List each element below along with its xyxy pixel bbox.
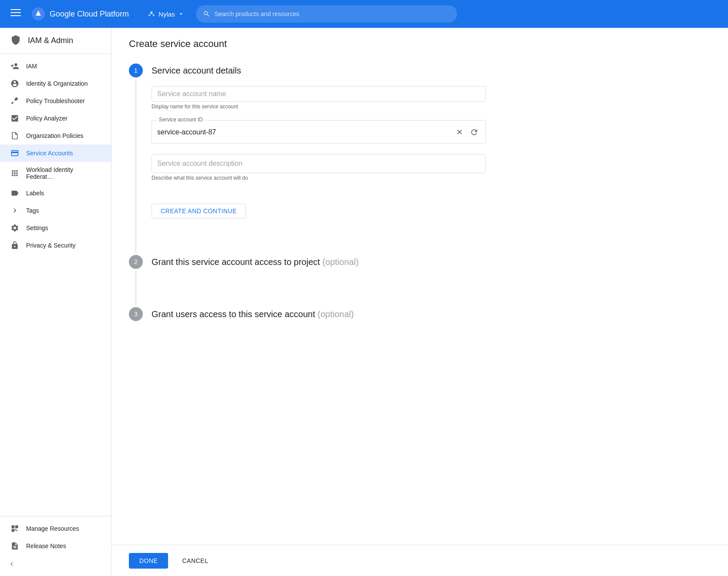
step-1-content: Service account details Display name for…: [152, 64, 486, 253]
step-1-circle: 1: [129, 64, 143, 77]
search-input[interactable]: [215, 10, 450, 17]
service-account-id-input[interactable]: [157, 128, 455, 136]
step-1-line: [135, 79, 136, 253]
svg-rect-0: [10, 9, 21, 10]
service-account-desc-field: Describe what this service account will …: [152, 154, 486, 181]
chevron-down-icon: [178, 10, 185, 17]
cancel-button[interactable]: CANCEL: [175, 553, 215, 569]
step-3-content: Grant users access to this service accou…: [152, 307, 486, 337]
svg-point-6: [153, 14, 155, 16]
svg-point-5: [148, 14, 150, 16]
svg-rect-1: [10, 12, 21, 13]
sidebar-item-settings-label: Settings: [26, 224, 48, 231]
step-3-container: 3 Grant users access to this service acc…: [129, 307, 486, 337]
step-2-container: 2 Grant this service account access to p…: [129, 255, 486, 305]
sidebar-collapse-button[interactable]: ‹: [0, 555, 111, 573]
create-and-continue-button[interactable]: CREATE AND CONTINUE: [152, 204, 246, 218]
sidebar-item-release-notes[interactable]: Release Notes: [0, 537, 111, 555]
list-check-icon: [10, 114, 19, 123]
step-1-indicator: 1: [129, 64, 143, 253]
sidebar-item-iam[interactable]: IAM: [0, 57, 111, 75]
sidebar-item-release-notes-label: Release Notes: [26, 543, 66, 549]
step-3-optional: (optional): [317, 309, 354, 319]
project-selector[interactable]: Nylas: [143, 7, 189, 21]
sidebar-item-identity-org[interactable]: Identity & Organization: [0, 75, 111, 92]
sidebar-item-settings[interactable]: Settings: [0, 219, 111, 237]
person-add-icon: [10, 62, 19, 70]
sidebar-item-service-accounts-label: Service Accounts: [26, 150, 73, 157]
sidebar-item-workload-label: Workload Identity Federat…: [26, 166, 101, 180]
sidebar-item-policy-troubleshooter-label: Policy Troubleshooter: [26, 97, 85, 104]
id-card-icon: [10, 149, 19, 157]
sidebar: IAM & Admin IAM Identity & Organization: [0, 28, 111, 576]
desc-field-hint: Describe what this service account will …: [152, 175, 486, 181]
project-icon: [147, 10, 156, 18]
bottom-action-bar: DONE CANCEL: [111, 545, 728, 576]
gcp-logo-icon: [31, 7, 45, 21]
step-2-content: Grant this service account access to pro…: [152, 255, 486, 305]
step-2-circle: 2: [129, 255, 143, 269]
chevron-right-icon: [10, 206, 19, 215]
sidebar-item-org-policies-label: Organization Policies: [26, 132, 84, 139]
service-account-desc-input[interactable]: [157, 160, 480, 167]
step-3-circle: 3: [129, 307, 143, 321]
sidebar-item-iam-label: IAM: [26, 63, 37, 70]
svg-line-7: [149, 13, 152, 15]
doc-text-icon: [10, 542, 19, 550]
header-title: Google Cloud Platform: [50, 10, 129, 19]
desc-input-wrapper[interactable]: [152, 154, 486, 173]
svg-point-4: [151, 11, 153, 13]
name-field-hint: Display name for this service account: [152, 104, 486, 110]
menu-icon[interactable]: [7, 4, 24, 24]
sidebar-item-labels-label: Labels: [26, 190, 44, 197]
collapse-icon: ‹: [10, 559, 13, 568]
service-account-name-field: Display name for this service account: [152, 86, 486, 110]
lock-icon: [10, 241, 19, 250]
service-account-name-input[interactable]: [157, 90, 480, 98]
search-bar[interactable]: [196, 5, 457, 23]
id-field-wrapper[interactable]: Service account ID ✕: [152, 120, 486, 144]
sidebar-header: IAM & Admin: [0, 28, 111, 54]
refresh-id-button[interactable]: [468, 126, 480, 138]
tag-icon: [10, 189, 19, 198]
sidebar-item-org-policies[interactable]: Organization Policies: [0, 127, 111, 144]
content-area: Create service account 1 Service account…: [111, 28, 728, 576]
step-2-indicator: 2: [129, 255, 143, 305]
grid-icon: [10, 169, 19, 177]
sidebar-item-privacy-security[interactable]: Privacy & Security: [0, 237, 111, 254]
search-icon: [203, 10, 210, 18]
svg-rect-2: [10, 15, 21, 16]
svg-line-8: [152, 13, 154, 15]
top-header: Google Cloud Platform Nylas: [0, 0, 728, 28]
page-title: Create service account: [129, 38, 486, 50]
step-3-title: Grant users access to this service accou…: [152, 307, 486, 321]
clear-id-button[interactable]: ✕: [455, 126, 465, 139]
wrench-icon: [10, 97, 19, 105]
sidebar-bottom: Manage Resources Release Notes ‹: [0, 516, 111, 576]
name-input-wrapper[interactable]: [152, 86, 486, 102]
grid-settings-icon: [10, 524, 19, 533]
content-inner: Create service account 1 Service account…: [111, 28, 503, 382]
logo-area: Google Cloud Platform: [31, 7, 129, 21]
iam-admin-icon: [10, 35, 21, 47]
sidebar-item-policy-troubleshooter[interactable]: Policy Troubleshooter: [0, 92, 111, 110]
sidebar-item-manage-resources[interactable]: Manage Resources: [0, 520, 111, 537]
done-button[interactable]: DONE: [129, 553, 168, 569]
sidebar-item-tags-label: Tags: [26, 207, 39, 214]
id-field-actions: ✕: [455, 126, 480, 139]
project-name: Nylas: [158, 10, 175, 18]
step-3-indicator: 3: [129, 307, 143, 337]
id-field-inner: ✕: [152, 121, 485, 143]
doc-list-icon: [10, 131, 19, 140]
step-2-line: [135, 271, 136, 305]
sidebar-nav: IAM Identity & Organization Policy Troub…: [0, 54, 111, 516]
sidebar-item-labels[interactable]: Labels: [0, 184, 111, 202]
person-circle-icon: [10, 79, 19, 88]
sidebar-item-policy-analyzer[interactable]: Policy Analyzer: [0, 110, 111, 127]
step-2-optional: (optional): [322, 257, 358, 267]
sidebar-item-workload-identity[interactable]: Workload Identity Federat…: [0, 162, 111, 184]
gear-icon: [10, 224, 19, 232]
sidebar-item-tags[interactable]: Tags: [0, 202, 111, 219]
sidebar-header-title: IAM & Admin: [28, 36, 73, 45]
sidebar-item-service-accounts[interactable]: Service Accounts: [0, 144, 111, 162]
